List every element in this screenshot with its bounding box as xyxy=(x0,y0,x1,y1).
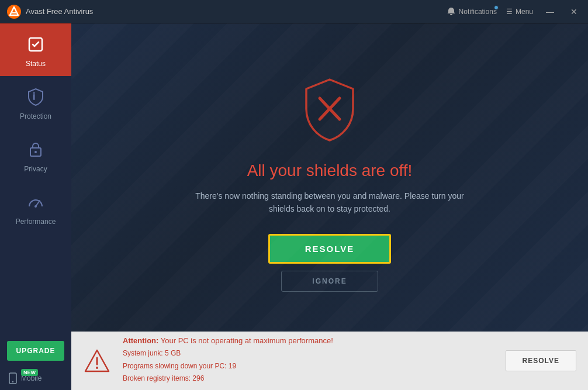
notifications-button[interactable]: Notifications xyxy=(447,7,497,16)
svg-point-12 xyxy=(12,381,13,382)
main-layout: Status Protection Privacy xyxy=(0,23,588,390)
protection-icon xyxy=(25,87,46,108)
attention-text: Attention: Your PC is not operating at m… xyxy=(123,336,494,385)
sidebar-privacy-label: Privacy xyxy=(24,165,47,173)
ignore-button[interactable]: IGNORE xyxy=(281,271,378,292)
sidebar: Status Protection Privacy xyxy=(0,23,71,390)
notification-dot xyxy=(494,5,499,10)
close-button[interactable]: ✕ xyxy=(567,7,581,16)
attention-title-bold: Attention: xyxy=(123,336,158,345)
content-area: All your shields are off! There's now no… xyxy=(71,23,588,390)
app-title: Avast Free Antivirus xyxy=(26,7,93,16)
attention-detail-3: Broken registry items: 296 xyxy=(123,372,494,385)
titlebar: Avast Free Antivirus Notifications ☰ Men… xyxy=(0,0,588,23)
svg-point-10 xyxy=(34,205,37,208)
sidebar-item-performance[interactable]: Performance xyxy=(0,181,71,234)
shield-icon-wrap xyxy=(300,75,359,147)
attention-bar: Attention: Your PC is not operating at m… xyxy=(71,332,588,390)
shield-icon xyxy=(300,75,359,145)
attention-details: System junk: 5 GB Programs slowing down … xyxy=(123,347,494,385)
alert-heading: All your shields are off! xyxy=(247,161,413,180)
new-badge: NEW xyxy=(21,369,38,376)
app-logo: Avast Free Antivirus xyxy=(7,5,93,19)
mobile-icon xyxy=(8,372,18,384)
attention-title: Attention: Your PC is not operating at m… xyxy=(123,336,494,345)
sidebar-status-label: Status xyxy=(26,60,46,68)
svg-rect-5 xyxy=(33,94,35,100)
warning-icon xyxy=(83,347,111,375)
svg-line-4 xyxy=(34,42,39,46)
alert-description: There's now nothing standing between you… xyxy=(189,189,470,216)
bell-icon xyxy=(447,7,456,16)
sidebar-item-status[interactable]: Status xyxy=(0,23,71,76)
sidebar-performance-label: Performance xyxy=(16,218,56,226)
resolve-button[interactable]: RESOLVE xyxy=(268,234,392,264)
sidebar-item-mobile[interactable]: Mobile NEW xyxy=(0,367,71,390)
svg-point-6 xyxy=(33,92,35,94)
attention-title-rest: Your PC is not operating at maximum perf… xyxy=(158,336,333,345)
upgrade-button[interactable]: UPGRADE xyxy=(7,341,64,361)
menu-button[interactable]: ☰ Menu xyxy=(506,8,533,16)
performance-icon xyxy=(25,192,46,213)
svg-point-8 xyxy=(34,151,37,153)
status-icon xyxy=(25,34,46,55)
sidebar-item-privacy[interactable]: Privacy xyxy=(0,129,71,181)
attention-detail-2: Programs slowing down your PC: 19 xyxy=(123,360,494,373)
sidebar-protection-label: Protection xyxy=(20,112,51,120)
minimize-button[interactable]: — xyxy=(542,7,558,16)
sidebar-bottom: UPGRADE Mobile NEW xyxy=(0,335,71,390)
attention-detail-1: System junk: 5 GB xyxy=(123,347,494,360)
privacy-icon xyxy=(25,139,46,160)
sidebar-item-protection[interactable]: Protection xyxy=(0,76,71,129)
avast-logo-icon xyxy=(7,5,21,19)
svg-point-17 xyxy=(96,367,98,369)
titlebar-controls: Notifications ☰ Menu — ✕ xyxy=(447,7,581,16)
attention-resolve-button[interactable]: RESOLVE xyxy=(506,350,576,371)
